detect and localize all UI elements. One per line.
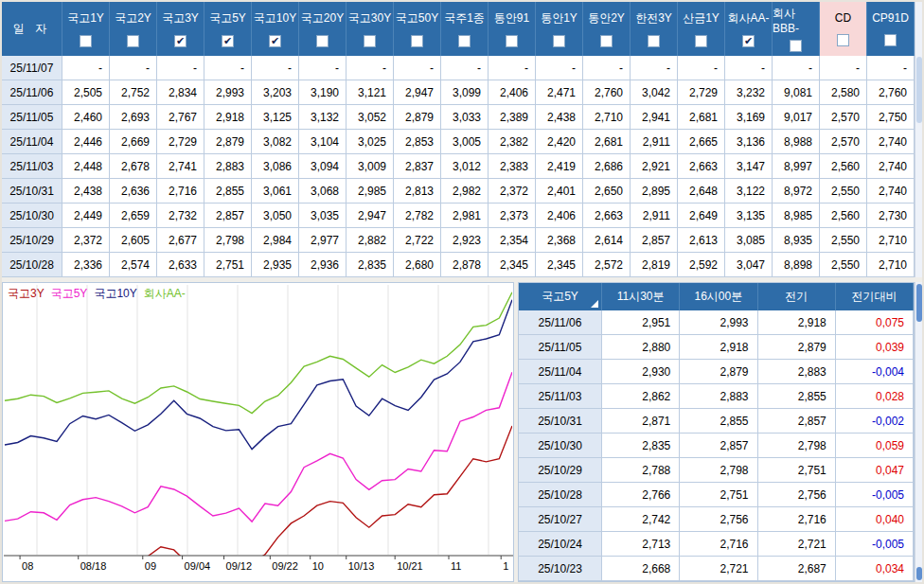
value-cell: - bbox=[441, 56, 489, 80]
value-cell: 2,982 bbox=[441, 179, 489, 204]
checkbox-통안1Y[interactable] bbox=[553, 35, 565, 47]
date-cell[interactable]: 25/11/03 bbox=[519, 384, 602, 409]
column-header-국고1Y: 국고1Y bbox=[62, 2, 110, 56]
date-cell[interactable]: 25/10/29 bbox=[2, 228, 62, 253]
date-cell[interactable]: 25/11/05 bbox=[2, 105, 62, 130]
checkbox-국고2Y[interactable] bbox=[127, 35, 139, 47]
date-cell[interactable]: 25/10/29 bbox=[519, 458, 602, 483]
value-cell: 2,636 bbox=[110, 179, 157, 204]
value-cell: 2,947 bbox=[346, 204, 394, 228]
value-diff: 0,059 bbox=[836, 434, 914, 458]
column-label: 국고3Y bbox=[162, 10, 199, 27]
value-cell: 3,147 bbox=[725, 154, 773, 179]
top-table-scrollbar-thumb[interactable] bbox=[916, 57, 922, 123]
checkbox-CP91D[interactable] bbox=[884, 34, 897, 46]
checkbox-국고5Y[interactable]: ✔ bbox=[222, 35, 234, 47]
value-cell: 2,853 bbox=[394, 130, 441, 154]
value-cell: 2,693 bbox=[110, 105, 157, 130]
value-cell: 2,918 bbox=[204, 105, 252, 130]
value-cell: 2,729 bbox=[157, 130, 204, 154]
value-11h30: 2,835 bbox=[602, 434, 680, 458]
column-label: CP91D bbox=[872, 11, 909, 25]
checkbox-한전3Y[interactable] bbox=[648, 35, 660, 47]
column-header-회사BBB-: 회사BBB- bbox=[773, 2, 820, 56]
checkbox-국고10Y[interactable]: ✔ bbox=[269, 35, 281, 47]
detail-table-scrollbar-thumb[interactable] bbox=[916, 284, 922, 322]
value-11h30: 2,766 bbox=[602, 483, 680, 507]
value-cell: 2,767 bbox=[157, 105, 204, 130]
value-cell: 2,560 bbox=[820, 204, 867, 228]
legend-item-국고10Y: 국고10Y bbox=[94, 287, 136, 300]
detail-table-scrollbar[interactable] bbox=[915, 282, 922, 582]
column-label: 회사AA- bbox=[727, 10, 769, 27]
column-header-회사AA-: 회사AA-✔ bbox=[725, 2, 773, 56]
date-cell[interactable]: 25/11/07 bbox=[2, 56, 62, 80]
detail-table-scrollbar-bottom[interactable] bbox=[916, 567, 922, 580]
value-cell: 2,406 bbox=[489, 80, 536, 105]
date-cell[interactable]: 25/11/06 bbox=[2, 80, 62, 105]
value-cell: 3,232 bbox=[725, 80, 773, 105]
checkbox-국고50Y[interactable] bbox=[411, 35, 423, 47]
value-cell: 2,710 bbox=[867, 228, 915, 253]
checkbox-통안91[interactable] bbox=[506, 35, 518, 47]
value-16h00: 2,883 bbox=[680, 384, 757, 409]
date-cell[interactable]: 25/10/30 bbox=[519, 434, 602, 458]
checkbox-회사BBB-[interactable] bbox=[790, 40, 802, 52]
value-cell: 2,406 bbox=[536, 204, 583, 228]
value-cell: 2,383 bbox=[489, 154, 536, 179]
checkbox-통안2Y[interactable] bbox=[600, 35, 613, 47]
checkbox-산금1Y[interactable] bbox=[695, 35, 707, 47]
date-cell[interactable]: 25/11/06 bbox=[519, 310, 602, 335]
value-cell: 2,681 bbox=[583, 130, 631, 154]
checkbox-국고20Y[interactable] bbox=[316, 35, 329, 47]
checkbox-국고30Y[interactable] bbox=[364, 35, 376, 47]
column-header-16시00분[interactable]: 16시00분 bbox=[680, 283, 757, 310]
checkbox-국고3Y[interactable]: ✔ bbox=[174, 35, 187, 47]
date-cell[interactable]: 25/11/05 bbox=[519, 335, 602, 360]
top-table-scrollbar[interactable] bbox=[915, 2, 922, 277]
value-cell: 2,614 bbox=[583, 228, 631, 253]
date-cell[interactable]: 25/10/30 bbox=[2, 204, 62, 228]
value-cell: 2,419 bbox=[536, 154, 583, 179]
sort-column-header[interactable]: 국고5Y bbox=[519, 283, 602, 310]
value-11h30: 2,951 bbox=[602, 310, 680, 335]
checkbox-회사AA-[interactable]: ✔ bbox=[742, 35, 755, 47]
daily-yield-table: 일 자 국고1Y국고2Y국고3Y✔국고5Y✔국고10Y✔국고20Y국고30Y국고… bbox=[2, 2, 915, 277]
value-cell: - bbox=[820, 56, 867, 80]
value-cell: 2,669 bbox=[110, 130, 157, 154]
date-cell[interactable]: 25/10/31 bbox=[519, 409, 602, 434]
date-cell[interactable]: 25/10/24 bbox=[519, 532, 602, 557]
value-diff: 0,034 bbox=[836, 557, 914, 581]
checkbox-국고1Y[interactable] bbox=[80, 35, 92, 47]
value-diff: 0,028 bbox=[836, 384, 914, 409]
bond-yield-window: 일 자 국고1Y국고2Y국고3Y✔국고5Y✔국고10Y✔국고20Y국고30Y국고… bbox=[0, 0, 924, 584]
value-cell: 2,941 bbox=[631, 105, 678, 130]
date-cell[interactable]: 25/10/28 bbox=[2, 253, 62, 277]
value-11h30: 2,668 bbox=[602, 557, 680, 581]
value-cell: 3,121 bbox=[346, 80, 394, 105]
column-header-전기대비[interactable]: 전기대비 bbox=[836, 283, 914, 310]
checkbox-국주1종[interactable] bbox=[458, 35, 471, 47]
date-cell[interactable]: 25/10/27 bbox=[519, 507, 602, 532]
value-cell: 2,505 bbox=[62, 80, 110, 105]
date-cell[interactable]: 25/11/04 bbox=[2, 130, 62, 154]
date-cell[interactable]: 25/10/31 bbox=[2, 179, 62, 204]
column-header-11시30분[interactable]: 11시30분 bbox=[602, 283, 680, 310]
value-cell: 3,050 bbox=[252, 204, 299, 228]
date-cell[interactable]: 25/11/04 bbox=[519, 360, 602, 384]
value-cell: 2,722 bbox=[394, 228, 441, 253]
column-header-전기[interactable]: 전기 bbox=[758, 283, 836, 310]
value-cell: 3,047 bbox=[725, 253, 773, 277]
value-prev: 2,883 bbox=[758, 360, 836, 384]
date-cell[interactable]: 25/10/23 bbox=[519, 557, 602, 581]
value-cell: 2,740 bbox=[867, 130, 915, 154]
value-cell: 3,005 bbox=[441, 130, 489, 154]
value-cell: 2,572 bbox=[583, 253, 631, 277]
value-diff: -0,005 bbox=[836, 532, 914, 557]
value-cell: 2,345 bbox=[489, 253, 536, 277]
date-cell[interactable]: 25/11/03 bbox=[2, 154, 62, 179]
value-cell: 2,354 bbox=[489, 228, 536, 253]
column-label: 국고1Y bbox=[67, 10, 104, 27]
date-cell[interactable]: 25/10/28 bbox=[519, 483, 602, 507]
checkbox-CD[interactable] bbox=[837, 34, 849, 46]
